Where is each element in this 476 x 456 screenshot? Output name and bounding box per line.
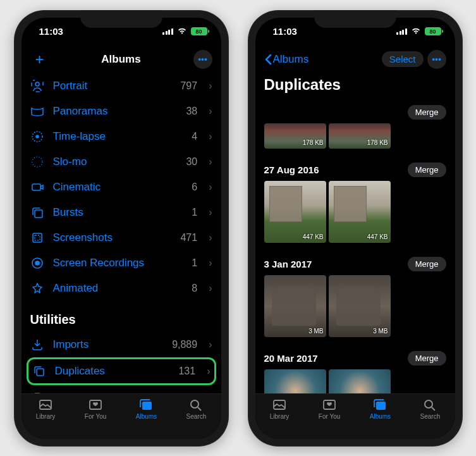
more-button[interactable]: ••• — [193, 50, 212, 69]
svg-point-3 — [36, 135, 39, 138]
duplicate-group: 3 Jan 2017 Merge 3 MB3 MB — [255, 257, 455, 345]
tab-label: For You — [85, 413, 106, 420]
thumbnail-row: 3 MB3 MB — [264, 275, 446, 337]
photo-thumbnail[interactable]: 34 KB — [264, 369, 326, 393]
chevron-right-icon: › — [209, 80, 212, 92]
foryou-icon — [88, 398, 103, 412]
duplicate-group: 20 Mar 2017 Merge 34 KB36 KB — [255, 351, 455, 393]
row-count: 1 — [192, 207, 197, 218]
photo-thumbnail[interactable]: 447 KB — [264, 181, 326, 243]
album-row-screenshots[interactable]: Screenshots 471 › — [21, 225, 221, 250]
photo-thumbnail[interactable]: 178 KB — [264, 123, 326, 149]
slomo-icon — [30, 155, 44, 169]
chevron-right-icon: › — [209, 232, 212, 243]
tab-label: Search — [186, 413, 207, 420]
row-label: Panoramas — [53, 105, 178, 118]
thumbnail-row: 34 KB36 KB — [264, 369, 446, 393]
status-indicators: 80 — [396, 26, 441, 37]
row-label: Imports — [53, 338, 164, 351]
album-row-bursts[interactable]: Bursts 1 › — [21, 200, 221, 225]
album-row-timelapse[interactable]: Time-lapse 4 › — [21, 124, 221, 149]
row-label: Time-lapse — [53, 130, 183, 143]
album-row-animated[interactable]: Animated 8 › — [21, 276, 221, 301]
panorama-icon — [30, 104, 44, 118]
tab-albums[interactable]: Albums — [370, 398, 391, 420]
back-button[interactable]: Albums — [264, 53, 309, 66]
merge-button[interactable]: Merge — [408, 163, 446, 177]
tab-foryou[interactable]: For You — [319, 398, 340, 420]
merge-button[interactable]: Merge — [408, 351, 446, 366]
chevron-right-icon: › — [207, 366, 210, 377]
chevron-right-icon: › — [209, 207, 212, 218]
tab-label: Albums — [136, 413, 157, 420]
tab-bar: LibraryFor YouAlbumsSearch — [255, 393, 455, 439]
cellular-icon — [396, 28, 407, 35]
photo-thumbnail[interactable]: 36 KB — [329, 369, 391, 393]
file-size: 447 KB — [367, 233, 388, 240]
album-row-panorama[interactable]: Panoramas 38 › — [21, 99, 221, 124]
tab-library[interactable]: Library — [36, 398, 56, 420]
nav-bar: + Albums ••• — [21, 46, 221, 73]
row-label: Screenshots — [53, 231, 172, 244]
svg-rect-6 — [35, 210, 42, 218]
group-date: 3 Jan 2017 — [264, 259, 312, 269]
phone-right: 11:03 80 Albums Select ••• Duplicates Me… — [248, 10, 463, 447]
tab-search[interactable]: Search — [420, 398, 441, 420]
file-size: 178 KB — [367, 139, 388, 146]
duplicates-scroll[interactable]: Merge 178 KB178 KB 27 Aug 2016 Merge 447… — [255, 99, 455, 393]
tab-albums[interactable]: Albums — [136, 398, 157, 420]
more-button[interactable]: ••• — [427, 50, 446, 69]
thumbnail-row: 447 KB447 KB — [264, 181, 446, 243]
battery-icon: 80 — [191, 27, 207, 35]
nav-bar: Albums Select ••• — [255, 46, 455, 73]
svg-point-15 — [191, 400, 198, 408]
row-label: Screen Recordings — [53, 257, 183, 269]
photo-thumbnail[interactable]: 3 MB — [264, 275, 326, 337]
svg-rect-7 — [33, 233, 42, 242]
library-icon — [272, 398, 287, 412]
cellular-icon — [162, 28, 173, 35]
screen-albums-list: 11:03 80 + Albums ••• Portrait 797 › Pan… — [21, 18, 221, 439]
photo-thumbnail[interactable]: 447 KB — [329, 181, 391, 243]
row-count: 9,889 — [172, 339, 197, 350]
album-row-portrait[interactable]: Portrait 797 › — [21, 73, 221, 99]
row-count: 471 — [180, 232, 197, 243]
file-size: 3 MB — [373, 328, 388, 335]
select-button[interactable]: Select — [382, 51, 424, 67]
tab-search[interactable]: Search — [186, 398, 207, 420]
photo-thumbnail[interactable]: 178 KB — [329, 123, 391, 149]
chevron-right-icon: › — [209, 156, 212, 168]
row-count: 131 — [178, 366, 195, 377]
albums-scroll[interactable]: Portrait 797 › Panoramas 38 › Time-lapse… — [21, 73, 221, 393]
tab-label: Library — [270, 413, 290, 420]
svg-rect-5 — [32, 184, 40, 190]
tab-library[interactable]: Library — [270, 398, 290, 420]
utility-row-trash[interactable]: Recently Deleted 🔒 › — [21, 385, 221, 393]
screenrec-icon — [30, 256, 44, 270]
album-row-slomo[interactable]: Slo-mo 30 › — [21, 149, 221, 175]
duplicate-group: 27 Aug 2016 Merge 447 KB447 KB — [255, 163, 455, 250]
timelapse-icon — [30, 130, 44, 144]
nav-title: Albums — [101, 53, 140, 66]
utility-row-duplicates[interactable]: Duplicates 131 › — [27, 357, 216, 385]
back-label: Albums — [273, 53, 309, 66]
svg-rect-8 — [35, 235, 40, 240]
search-icon — [188, 398, 204, 412]
album-row-screenrec[interactable]: Screen Recordings 1 › — [21, 250, 221, 276]
tab-foryou[interactable]: For You — [85, 398, 106, 420]
bursts-icon — [30, 206, 44, 219]
phone-left: 11:03 80 + Albums ••• Portrait 797 › Pan… — [14, 10, 229, 447]
album-row-cinematic[interactable]: Cinematic 6 › — [21, 175, 221, 200]
file-size: 447 KB — [303, 233, 324, 240]
status-time: 11:03 — [273, 26, 297, 37]
row-label: Animated — [53, 282, 183, 295]
utility-row-imports[interactable]: Imports 9,889 › — [21, 332, 221, 357]
svg-point-10 — [35, 261, 39, 265]
albums-icon — [138, 398, 154, 412]
file-size: 3 MB — [308, 328, 323, 335]
merge-button[interactable]: Merge — [408, 105, 446, 120]
photo-thumbnail[interactable]: 3 MB — [329, 275, 391, 337]
merge-button[interactable]: Merge — [408, 257, 446, 271]
chevron-right-icon: › — [209, 106, 212, 117]
add-button[interactable]: + — [30, 50, 49, 69]
